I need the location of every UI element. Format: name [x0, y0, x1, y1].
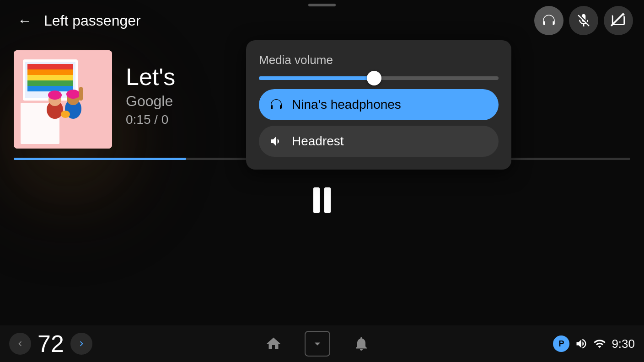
headphones-icon — [541, 13, 557, 28]
time-display: 9:30 — [612, 337, 635, 351]
headphones-button[interactable] — [534, 6, 564, 35]
volume-slider-thumb[interactable] — [367, 71, 381, 85]
nav-left: 72 — [9, 330, 101, 357]
bell-icon — [353, 335, 370, 352]
track-info: Let's Google 0:15 / 0 — [126, 50, 175, 127]
progress-bar-fill — [14, 158, 186, 160]
pause-bar-left — [313, 187, 320, 213]
svg-rect-6 — [27, 80, 73, 86]
temp-decrease-button[interactable] — [9, 333, 31, 355]
playback-controls — [0, 187, 644, 213]
mic-off-icon — [576, 13, 591, 28]
back-button[interactable]: ← — [11, 7, 38, 34]
nav-center — [101, 331, 534, 357]
pause-button[interactable] — [313, 187, 331, 213]
volume-slider-track[interactable] — [259, 76, 499, 80]
dropdown-icon — [311, 337, 324, 351]
headphones-svg — [269, 97, 284, 112]
headphones-option-icon — [269, 97, 284, 112]
temp-increase-button[interactable] — [70, 333, 92, 355]
back-arrow-icon: ← — [17, 12, 32, 29]
volume-slider-container[interactable] — [259, 76, 499, 80]
popup-title: Media volume — [259, 53, 499, 67]
audio-option-ninas-headphones[interactable]: Nina's headphones — [259, 89, 499, 120]
p-badge: P — [553, 335, 569, 352]
bottom-nav: 72 P 9:30 — [0, 325, 644, 362]
notifications-button[interactable] — [349, 331, 374, 357]
temperature-display: 72 — [38, 330, 64, 357]
track-artist: Google — [126, 93, 175, 110]
volume-slider-fill — [259, 76, 374, 80]
headrest-label: Headrest — [292, 134, 344, 149]
svg-rect-4 — [27, 69, 73, 75]
signal-icon — [593, 337, 606, 350]
album-art — [14, 50, 112, 149]
volume-icon — [575, 337, 588, 350]
speaker-option-icon — [269, 134, 284, 149]
track-title: Let's — [126, 64, 175, 90]
mic-off-button[interactable] — [569, 6, 598, 35]
svg-rect-7 — [27, 86, 73, 91]
audio-popup: Media volume Nina's headphones Headrest — [246, 40, 511, 170]
svg-rect-15 — [79, 87, 83, 101]
ninas-headphones-label: Nina's headphones — [292, 97, 401, 112]
home-button[interactable] — [261, 331, 286, 357]
top-icons — [534, 6, 633, 35]
audio-option-headrest[interactable]: Headrest — [259, 126, 499, 157]
pause-bar-right — [324, 187, 331, 213]
home-icon — [265, 335, 282, 352]
screen-off-icon — [611, 13, 626, 28]
svg-point-11 — [48, 90, 62, 100]
album-art-image — [14, 50, 112, 149]
chevron-left-icon — [15, 339, 25, 349]
speaker-svg — [269, 134, 284, 149]
svg-rect-5 — [27, 75, 73, 80]
chevron-right-icon — [76, 339, 86, 349]
nav-right: P 9:30 — [534, 335, 635, 352]
top-bar: ← Left passenger — [0, 0, 644, 41]
svg-rect-3 — [27, 64, 73, 69]
track-time: 0:15 / 0 — [126, 112, 175, 127]
dropdown-button[interactable] — [305, 331, 330, 357]
page-title: Left passenger — [44, 12, 141, 29]
svg-point-16 — [61, 111, 70, 118]
screen-off-button[interactable] — [604, 6, 633, 35]
svg-point-14 — [66, 90, 80, 99]
